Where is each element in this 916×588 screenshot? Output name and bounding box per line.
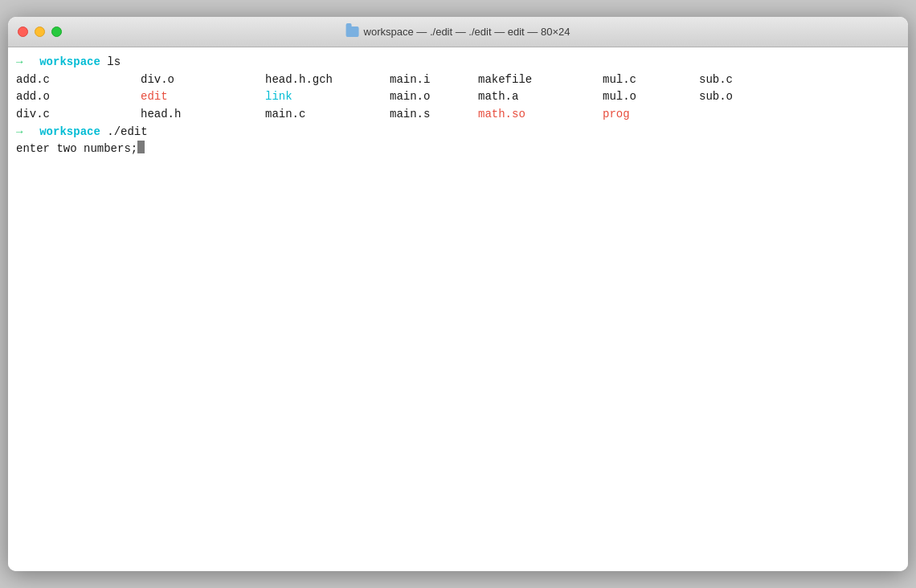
file-main-i: main.i (390, 71, 478, 89)
file-sub-o: sub.o (699, 88, 733, 106)
titlebar-center: workspace — ./edit — ./edit — edit — 80×… (346, 26, 570, 38)
file-add-c: add.c (16, 71, 141, 89)
prompt-spacer-2 (26, 124, 39, 141)
cursor (137, 141, 145, 153)
prompt-dir-1: workspace (39, 54, 100, 71)
traffic-lights (18, 27, 62, 37)
file-mul-c: mul.c (603, 71, 699, 89)
folder-icon (346, 27, 359, 37)
close-button[interactable] (18, 27, 28, 37)
file-head-h: head.h (141, 106, 265, 124)
prompt-arrow-2: → (16, 124, 22, 141)
file-main-c: main.c (265, 106, 390, 124)
files-row-2: add.o edit link main.o math.a mul.o sub.… (16, 88, 900, 106)
files-row-1: add.c div.o head.h.gch main.i makefile m… (16, 71, 900, 89)
maximize-button[interactable] (51, 27, 62, 37)
prompt-cmd-2: ./edit (100, 124, 148, 141)
files-row-3: div.c head.h main.c main.s math.so prog (16, 106, 900, 124)
file-main-s: main.s (390, 106, 478, 124)
output-line: enter two numbers; (16, 141, 900, 158)
file-div-o: div.o (141, 71, 265, 89)
prompt-line-1: → workspace ls (16, 54, 900, 71)
file-edit: edit (141, 88, 265, 106)
file-math-so: math.so (478, 106, 603, 124)
file-prog: prog (603, 106, 630, 124)
prompt-dir-2: workspace (39, 124, 100, 141)
file-link: link (265, 88, 390, 106)
file-head-h-gch: head.h.gch (265, 71, 390, 89)
prompt-arrow-1: → (16, 54, 22, 71)
file-makefile: makefile (478, 71, 603, 89)
file-add-o: add.o (16, 88, 141, 106)
output-text: enter two numbers; (16, 141, 137, 158)
prompt-cmd-1: ls (100, 54, 121, 71)
file-mul-o: mul.o (603, 88, 699, 106)
file-sub-c: sub.c (699, 71, 733, 89)
file-math-a: math.a (478, 88, 603, 106)
prompt-line-2: → workspace ./edit (16, 124, 900, 141)
titlebar: workspace — ./edit — ./edit — edit — 80×… (8, 17, 908, 47)
file-main-o: main.o (390, 88, 478, 106)
terminal-window: workspace — ./edit — ./edit — edit — 80×… (8, 17, 908, 571)
window-title: workspace — ./edit — ./edit — edit — 80×… (364, 26, 570, 38)
file-div-c: div.c (16, 106, 141, 124)
minimize-button[interactable] (35, 27, 45, 37)
terminal-body[interactable]: → workspace ls add.c div.o head.h.gch ma… (8, 47, 908, 571)
prompt-spacer-1 (26, 54, 39, 71)
